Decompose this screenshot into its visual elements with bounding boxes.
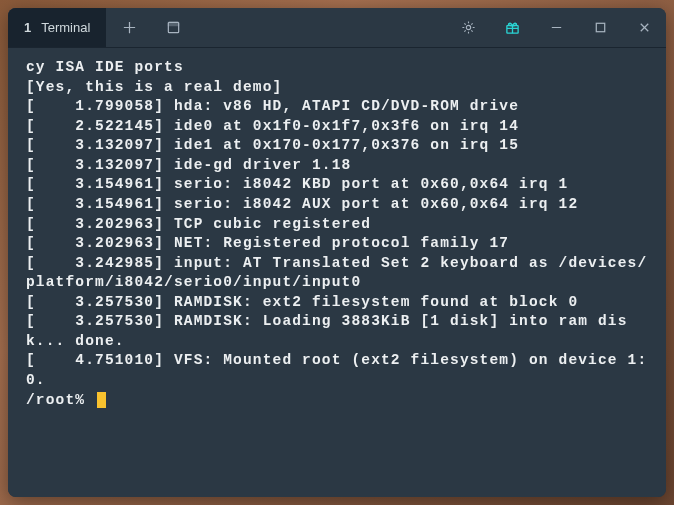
gift-icon (505, 20, 520, 35)
maximize-button[interactable] (578, 8, 622, 47)
minimize-icon (549, 20, 564, 35)
gear-icon (461, 20, 476, 35)
close-icon (637, 20, 652, 35)
svg-point-4 (466, 25, 470, 29)
maximize-icon (593, 20, 608, 35)
tab-terminal[interactable]: 1 Terminal (8, 8, 107, 47)
terminal-prompt: /root% (26, 392, 95, 408)
plus-icon (122, 20, 137, 35)
close-button[interactable] (622, 8, 666, 47)
terminal-output[interactable]: cy ISA IDE ports [Yes, this is a real de… (8, 48, 666, 497)
terminal-window: 1 Terminal (8, 8, 666, 497)
titlebar: 1 Terminal (8, 8, 666, 48)
terminal-lines: cy ISA IDE ports [Yes, this is a real de… (26, 59, 647, 388)
tab-number: 1 (24, 20, 31, 35)
gift-button[interactable] (490, 8, 534, 47)
svg-rect-9 (596, 23, 604, 31)
cursor (97, 392, 106, 408)
tab-actions (107, 8, 195, 47)
split-icon (166, 20, 181, 35)
svg-rect-3 (168, 22, 178, 25)
minimize-button[interactable] (534, 8, 578, 47)
settings-button[interactable] (446, 8, 490, 47)
split-pane-button[interactable] (151, 8, 195, 47)
new-tab-button[interactable] (107, 8, 151, 47)
tab-title: Terminal (41, 20, 90, 35)
window-controls (446, 8, 666, 47)
